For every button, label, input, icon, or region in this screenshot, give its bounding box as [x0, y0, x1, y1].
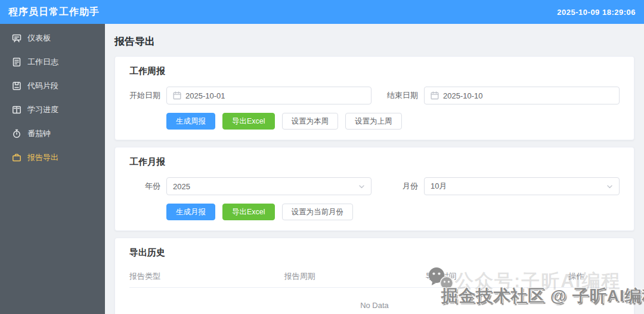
sidebar-item-report-export[interactable]: 报告导出 — [0, 146, 105, 170]
sidebar-item-label: 报告导出 — [27, 152, 58, 163]
monthly-card-title: 工作月报 — [129, 156, 620, 168]
year-value: 2025 — [173, 182, 190, 191]
history-card-title: 导出历史 — [129, 247, 620, 258]
sidebar-item-label: 工作日志 — [27, 57, 58, 67]
learning-progress-icon — [12, 105, 21, 115]
chevron-down-icon — [358, 183, 366, 190]
code-snippet-icon — [12, 81, 21, 91]
monthly-buttons-row: 生成月报 导出Excel 设置为当前月份 — [166, 204, 620, 220]
sidebar-item-worklog[interactable]: 工作日志 — [0, 50, 105, 74]
page-title: 报告导出 — [114, 35, 634, 48]
sidebar-item-learning-progress[interactable]: 学习进度 — [0, 98, 105, 122]
sidebar-item-code-snippets[interactable]: 代码片段 — [0, 74, 105, 98]
month-label: 月份 — [371, 181, 424, 192]
sidebar-item-label: 代码片段 — [27, 81, 58, 91]
column-header-actions: 操作 — [569, 271, 620, 282]
history-table-header: 报告类型 报告周期 导出时间 操作 — [129, 267, 620, 288]
start-date-label: 开始日期 — [129, 90, 166, 101]
start-date-value: 2025-10-01 — [185, 91, 225, 100]
sidebar-nav: 仪表板 工作日志 代码片段 学习进度 番茄钟 报告导出 — [0, 24, 105, 314]
calendar-icon — [431, 91, 439, 100]
end-date-label: 结束日期 — [371, 90, 424, 101]
weekly-buttons-row: 生成周报 导出Excel 设置为本周 设置为上周 — [166, 113, 620, 130]
weekly-date-row: 开始日期 2025-10-01 结束日期 2025-10-10 — [129, 87, 620, 104]
chevron-down-icon — [606, 183, 614, 190]
sidebar-item-pomodoro[interactable]: 番茄钟 — [0, 122, 105, 146]
column-header-export-time: 导出时间 — [425, 271, 568, 282]
end-date-value: 2025-10-10 — [443, 91, 483, 100]
start-date-input[interactable]: 2025-10-01 — [166, 87, 371, 104]
pomodoro-timer-icon — [12, 129, 21, 138]
set-current-month-button[interactable]: 设置为当前月份 — [282, 204, 354, 220]
sidebar-item-dashboard[interactable]: 仪表板 — [0, 26, 105, 50]
month-select[interactable]: 10月 — [424, 177, 620, 195]
app-header: 程序员日常工作助手 2025-10-09 18:29:06 — [0, 0, 644, 24]
end-date-input[interactable]: 2025-10-10 — [424, 87, 620, 104]
app-title: 程序员日常工作助手 — [8, 6, 100, 19]
monthly-select-row: 年份 2025 月份 10月 — [129, 177, 620, 195]
empty-table-placeholder: No Data — [129, 288, 620, 314]
export-excel-weekly-button[interactable]: 导出Excel — [222, 113, 275, 130]
year-select[interactable]: 2025 — [166, 177, 371, 195]
month-value: 10月 — [431, 181, 447, 192]
sidebar-item-label: 仪表板 — [27, 33, 51, 44]
calendar-icon — [173, 91, 181, 100]
header-datetime: 2025-10-09 18:29:06 — [557, 8, 636, 17]
export-history-card: 导出历史 报告类型 报告周期 导出时间 操作 No Data — [114, 238, 634, 314]
weekly-card-title: 工作周报 — [129, 66, 620, 77]
app-window: { "header": { "title": "程序员日常工作助手", "dat… — [0, 0, 644, 314]
generate-weekly-button[interactable]: 生成周报 — [166, 113, 215, 130]
weekly-report-card: 工作周报 开始日期 2025-10-01 结束日期 2025-10-10 生成周… — [114, 56, 634, 140]
worklog-icon — [12, 57, 21, 67]
sidebar-item-label: 番茄钟 — [27, 128, 51, 139]
column-header-report-period: 报告周期 — [284, 271, 426, 282]
report-export-icon — [12, 153, 21, 162]
main-content: 报告导出 工作周报 开始日期 2025-10-01 结束日期 2025-10-1… — [105, 24, 644, 314]
set-last-week-button[interactable]: 设置为上周 — [345, 113, 402, 130]
dashboard-icon — [12, 33, 21, 43]
sidebar-item-label: 学习进度 — [27, 104, 58, 115]
export-excel-monthly-button[interactable]: 导出Excel — [222, 204, 275, 220]
set-this-week-button[interactable]: 设置为本周 — [282, 113, 339, 130]
column-header-report-type: 报告类型 — [129, 271, 284, 282]
monthly-report-card: 工作月报 年份 2025 月份 10月 生成月报 导出Excel 设置为当前月份 — [114, 147, 634, 231]
generate-monthly-button[interactable]: 生成月报 — [166, 204, 215, 220]
year-label: 年份 — [129, 181, 166, 192]
